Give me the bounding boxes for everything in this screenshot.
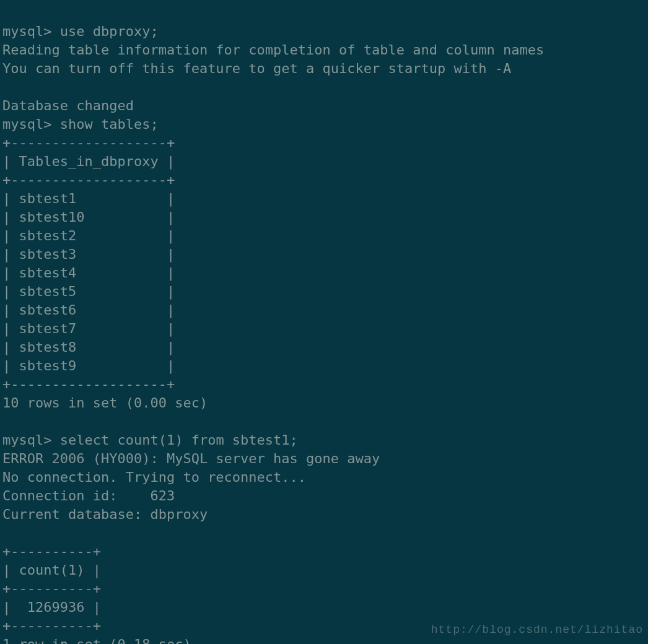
tables-rows-summary: 10 rows in set (0.00 sec): [2, 395, 208, 411]
msg-database-changed: Database changed: [2, 98, 134, 113]
terminal-output: mysql> use dbproxy; Reading table inform…: [0, 0, 648, 644]
command-select-count: select count(1) from sbtest1;: [60, 432, 298, 448]
prompt: mysql>: [2, 432, 60, 448]
table-row: | sbtest7 |: [2, 321, 175, 336]
count-border-top: +----------+: [2, 544, 101, 559]
table-row: | sbtest4 |: [2, 265, 175, 281]
count-rows-summary: 1 row in set (0.18 sec): [2, 637, 191, 644]
msg-reading-table-info: Reading table information for completion…: [2, 42, 544, 58]
command-show-tables: show tables;: [60, 116, 159, 132]
table-row: | sbtest9 |: [2, 358, 175, 373]
watermark-text: http://blog.csdn.net/lizhitao: [431, 620, 643, 639]
count-border-bottom: +----------+: [2, 618, 101, 633]
table-row: | sbtest6 |: [2, 302, 175, 318]
msg-no-connection: No connection. Trying to reconnect...: [2, 469, 306, 485]
tables-border-mid: +-------------------+: [2, 172, 175, 188]
table-row: | sbtest8 |: [2, 339, 175, 355]
table-row: | sbtest2 |: [2, 228, 175, 243]
prompt: mysql>: [2, 24, 60, 39]
msg-turn-off-feature: You can turn off this feature to get a q…: [2, 61, 511, 76]
connection-id: Connection id: 623: [2, 488, 175, 503]
error-2006: ERROR 2006 (HY000): MySQL server has gon…: [2, 451, 380, 466]
count-header-row: | count(1) |: [2, 562, 101, 578]
tables-header-row: | Tables_in_dbproxy |: [2, 154, 175, 169]
table-row: | sbtest3 |: [2, 246, 175, 262]
tables-border-bottom: +-------------------+: [2, 376, 175, 392]
count-value-row: | 1269936 |: [2, 599, 101, 615]
prompt: mysql>: [2, 116, 60, 132]
current-database: Current database: dbproxy: [2, 507, 208, 522]
table-row: | sbtest1 |: [2, 191, 175, 206]
table-row: | sbtest5 |: [2, 284, 175, 299]
count-border-mid: +----------+: [2, 581, 101, 596]
table-row: | sbtest10 |: [2, 209, 175, 225]
command-use-dbproxy: use dbproxy;: [60, 24, 159, 39]
tables-border-top: +-------------------+: [2, 135, 175, 150]
